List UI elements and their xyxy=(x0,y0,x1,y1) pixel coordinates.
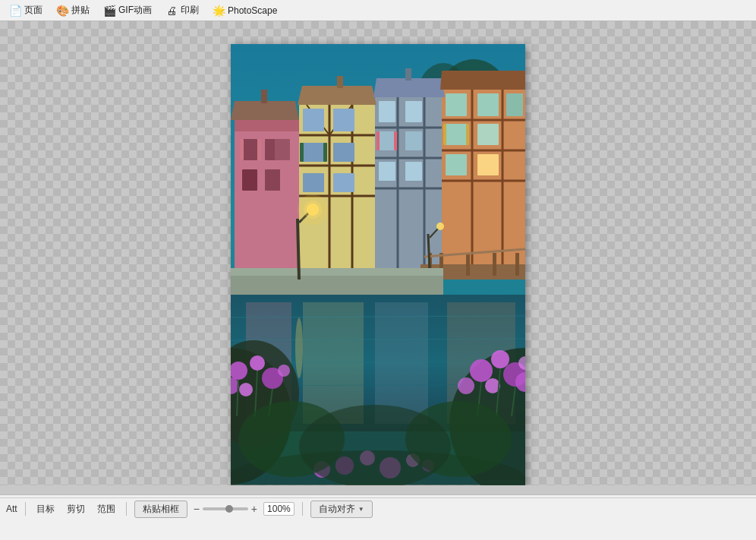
svg-rect-8 xyxy=(275,139,290,160)
paste-frame-button[interactable]: 粘贴相框 xyxy=(134,501,187,518)
svg-point-83 xyxy=(295,317,303,378)
menu-gif[interactable]: 🎬 GIF动画 xyxy=(97,2,158,19)
svg-point-97 xyxy=(239,383,253,396)
menu-photoscape[interactable]: 🌟 PhotoScape xyxy=(206,2,283,19)
auto-align-label: 自动对齐 xyxy=(319,503,355,516)
svg-rect-54 xyxy=(477,154,499,175)
svg-rect-36 xyxy=(405,101,422,122)
svg-rect-56 xyxy=(443,124,446,145)
svg-rect-35 xyxy=(379,101,395,122)
menu-page[interactable]: 📄 页面 xyxy=(3,2,49,19)
gif-icon: 🎬 xyxy=(103,5,115,17)
svg-rect-22 xyxy=(333,109,354,131)
photo-container[interactable] xyxy=(231,44,525,485)
svg-marker-58 xyxy=(231,101,299,120)
svg-line-89 xyxy=(428,234,430,268)
auto-align-button[interactable]: 自动对齐 ▼ xyxy=(310,501,373,518)
svg-marker-59 xyxy=(298,86,376,105)
svg-rect-38 xyxy=(405,131,422,150)
svg-rect-52 xyxy=(446,124,467,145)
bottom-tools: Att 目标 剪切 范围 粘贴相框 − + 100% 自动对齐 ▼ xyxy=(0,497,756,540)
svg-rect-51 xyxy=(506,93,523,116)
zoom-value: 100% xyxy=(263,502,295,516)
menu-bar: 📄 页面 🎨 拼贴 🎬 GIF动画 🖨 印刷 🌟 PhotoScape xyxy=(0,0,756,21)
menu-photoscape-label: PhotoScape xyxy=(228,5,277,16)
svg-rect-12 xyxy=(257,139,261,160)
svg-marker-61 xyxy=(440,71,525,90)
separator-2 xyxy=(126,502,127,516)
canvas-area xyxy=(0,21,756,485)
svg-point-88 xyxy=(298,194,328,225)
svg-point-109 xyxy=(458,377,474,394)
zoom-track[interactable] xyxy=(203,507,248,510)
svg-rect-62 xyxy=(261,90,267,103)
svg-rect-25 xyxy=(303,173,324,192)
zoom-thumb[interactable] xyxy=(225,505,233,513)
menu-gif-label: GIF动画 xyxy=(118,4,152,17)
svg-rect-63 xyxy=(337,76,343,88)
menu-page-label: 页面 xyxy=(24,4,43,17)
svg-rect-37 xyxy=(379,131,395,150)
svg-rect-26 xyxy=(333,173,354,192)
svg-point-123 xyxy=(299,405,451,485)
dropdown-arrow-icon: ▼ xyxy=(358,506,364,513)
svg-marker-60 xyxy=(373,78,445,97)
separator-3 xyxy=(302,502,303,516)
page-icon: 📄 xyxy=(9,5,21,17)
svg-point-105 xyxy=(491,350,509,368)
svg-rect-70 xyxy=(515,253,519,276)
svg-rect-9 xyxy=(242,169,257,191)
separator-1 xyxy=(25,502,26,516)
svg-rect-23 xyxy=(303,143,324,162)
print-icon: 🖨 xyxy=(165,5,178,17)
svg-point-99 xyxy=(278,365,290,377)
bottom-tools-row: Att 目标 剪切 范围 粘贴相框 − + 100% 自动对齐 ▼ xyxy=(0,498,756,519)
svg-rect-40 xyxy=(405,162,422,181)
zoom-minus-icon[interactable]: − xyxy=(194,503,200,515)
svg-rect-11 xyxy=(240,139,244,160)
svg-rect-68 xyxy=(466,253,470,276)
photo-svg xyxy=(231,44,525,485)
svg-rect-55 xyxy=(446,154,467,175)
menu-print[interactable]: 🖨 印刷 xyxy=(159,2,205,19)
svg-rect-41 xyxy=(376,131,380,150)
svg-rect-64 xyxy=(405,68,411,81)
menu-paste[interactable]: 🎨 拼贴 xyxy=(50,2,96,19)
cut-label: 剪切 xyxy=(64,503,88,516)
svg-rect-57 xyxy=(466,124,469,145)
svg-rect-73 xyxy=(231,268,443,276)
svg-rect-6 xyxy=(242,139,257,160)
photoscape-icon: 🌟 xyxy=(213,5,225,17)
target-label: 目标 xyxy=(33,503,58,516)
svg-rect-24 xyxy=(333,143,354,162)
svg-rect-28 xyxy=(323,143,327,162)
svg-rect-69 xyxy=(493,253,496,276)
svg-rect-50 xyxy=(477,93,499,116)
menu-print-label: 印刷 xyxy=(181,4,199,17)
menu-paste-label: 拼贴 xyxy=(71,4,90,17)
zoom-plus-icon[interactable]: + xyxy=(251,503,257,515)
range-label: 范围 xyxy=(94,503,118,516)
svg-rect-5 xyxy=(235,120,299,131)
svg-rect-21 xyxy=(303,109,324,131)
svg-point-91 xyxy=(436,223,444,230)
svg-rect-10 xyxy=(265,169,280,191)
att-label: Att xyxy=(6,504,17,514)
svg-rect-39 xyxy=(379,162,395,181)
zoom-slider: − + xyxy=(194,503,257,515)
svg-rect-49 xyxy=(446,93,467,116)
svg-rect-53 xyxy=(477,124,499,145)
svg-rect-27 xyxy=(300,143,304,162)
svg-point-104 xyxy=(470,359,493,382)
svg-line-84 xyxy=(298,219,299,279)
svg-rect-42 xyxy=(394,131,397,150)
paste-icon: 🎨 xyxy=(56,5,68,17)
svg-point-95 xyxy=(250,355,265,371)
